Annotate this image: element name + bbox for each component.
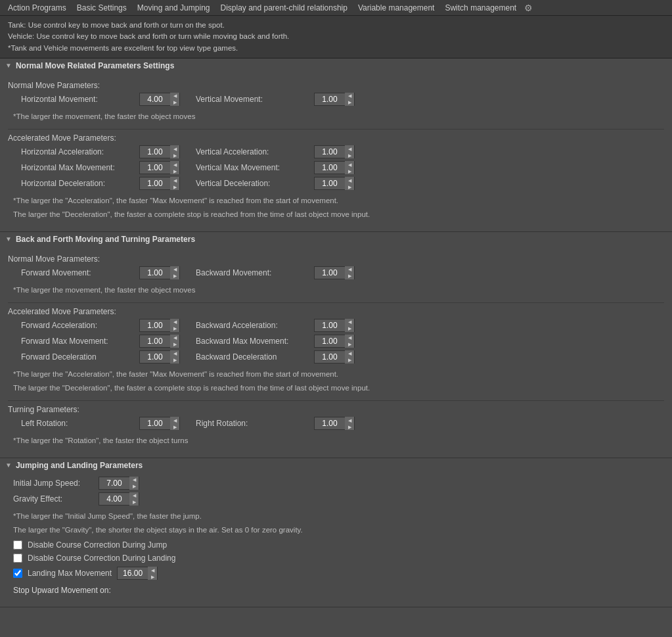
- landing-max-increment[interactable]: ▶: [148, 573, 157, 580]
- b-decel-increment[interactable]: ▶: [345, 357, 354, 364]
- gravity-spinner[interactable]: 4.00 ◀ ▶: [99, 492, 139, 506]
- b-max-decrement[interactable]: ◀: [345, 335, 354, 341]
- h-max-spinner[interactable]: 1.00 ◀ ▶: [139, 161, 180, 174]
- v-decel-decrement[interactable]: ◀: [345, 177, 354, 183]
- v-max-spinner[interactable]: 1.00 ◀ ▶: [314, 161, 355, 174]
- right-rot-increment[interactable]: ▶: [345, 423, 354, 430]
- f-accel-spinner[interactable]: 1.00 ◀ ▶: [139, 319, 180, 332]
- h-accel-decrement[interactable]: ◀: [170, 145, 179, 152]
- b-decel-decrement[interactable]: ◀: [345, 350, 354, 357]
- backward-movement-decrement[interactable]: ◀: [345, 266, 354, 273]
- vertical-movement-decrement[interactable]: ◀: [345, 93, 354, 99]
- b-max-increment[interactable]: ▶: [345, 341, 354, 348]
- back-forth-normal-label: Normal Move Parameters:: [8, 254, 664, 264]
- v-decel-spinner[interactable]: 1.00 ◀ ▶: [314, 177, 355, 190]
- backward-movement-btns: ◀ ▶: [345, 266, 354, 279]
- note-accel-2: The larger the "Deceleration", the faste…: [8, 209, 664, 223]
- gear-icon[interactable]: ⚙: [524, 3, 533, 13]
- forward-movement-decrement[interactable]: ◀: [170, 266, 179, 273]
- forward-movement-increment[interactable]: ▶: [170, 273, 179, 279]
- rotation-row: Left Rotation: 1.00 ◀ ▶ Right Rotation: …: [8, 417, 664, 430]
- h-decel-decrement[interactable]: ◀: [170, 177, 179, 183]
- back-forth-note1: *The larger the movement, the faster the…: [8, 282, 664, 298]
- v-max-increment[interactable]: ▶: [345, 168, 354, 174]
- v-decel-increment[interactable]: ▶: [345, 183, 354, 190]
- landing-max-checkbox[interactable]: [13, 569, 22, 578]
- h-accel-increment[interactable]: ▶: [170, 152, 179, 158]
- vertical-movement-spinner[interactable]: 1.00 ◀ ▶: [314, 93, 355, 106]
- b-max-spinner[interactable]: 1.00 ◀ ▶: [314, 335, 355, 348]
- turning-label: Turning Parameters:: [8, 405, 664, 414]
- disable-jump-correction-checkbox[interactable]: [13, 540, 22, 550]
- b-max-label: Backward Max Movement:: [196, 337, 314, 346]
- f-max-spinner[interactable]: 1.00 ◀ ▶: [139, 335, 180, 348]
- forward-movement-spinner[interactable]: 1.00 ◀ ▶: [139, 266, 180, 279]
- v-max-decrement[interactable]: ◀: [345, 161, 354, 168]
- note-movement: *The larger the movement, the faster the…: [8, 108, 664, 125]
- section-jumping-header[interactable]: ▼ Jumping and Landing Parameters: [0, 458, 672, 473]
- horizontal-movement-spinner[interactable]: 4.00 ◀ ▶: [139, 93, 180, 106]
- initial-jump-spinner[interactable]: 7.00 ◀ ▶: [99, 477, 139, 490]
- gravity-increment[interactable]: ▶: [129, 499, 139, 506]
- h-decel-row: Horizontal Deceleration: 1.00 ◀ ▶ Vertic…: [8, 177, 664, 190]
- disable-landing-correction-checkbox[interactable]: [13, 554, 22, 563]
- v-accel-spinner[interactable]: 1.00 ◀ ▶: [314, 145, 355, 158]
- backward-movement-increment[interactable]: ▶: [345, 273, 354, 279]
- v-accel-decrement[interactable]: ◀: [345, 145, 354, 152]
- menu-display[interactable]: Display and parent-child relationship: [215, 2, 352, 14]
- f-accel-row: Forward Acceleration: 1.00 ◀ ▶ Backward …: [8, 319, 664, 332]
- f-accel-value: 1.00: [140, 320, 170, 331]
- gravity-decrement[interactable]: ◀: [129, 492, 139, 499]
- b-decel-spinner[interactable]: 1.00 ◀ ▶: [314, 350, 355, 364]
- right-rot-spinner[interactable]: 1.00 ◀ ▶: [314, 417, 355, 430]
- b-max-value: 1.00: [315, 336, 345, 346]
- landing-max-decrement[interactable]: ◀: [148, 567, 157, 573]
- f-max-increment[interactable]: ▶: [170, 341, 179, 348]
- left-rot-increment[interactable]: ▶: [170, 423, 179, 430]
- section-back-forth-header[interactable]: ▼ Back and Forth Moving and Turning Para…: [0, 232, 672, 247]
- left-rot-spinner[interactable]: 1.00 ◀ ▶: [139, 417, 180, 430]
- check-jump-correction-row: Disable Course Correction During Jump: [8, 538, 664, 552]
- main-content: ▼ Normal Move Related Parameters Setting…: [0, 59, 672, 607]
- menu-switch-mgmt[interactable]: Switch management: [439, 2, 522, 14]
- v-max-value: 1.00: [315, 162, 345, 173]
- menu-moving-jumping[interactable]: Moving and Jumping: [132, 2, 215, 14]
- f-decel-spinner[interactable]: 1.00 ◀ ▶: [139, 350, 180, 364]
- section-normal-move-header[interactable]: ▼ Normal Move Related Parameters Setting…: [0, 59, 672, 73]
- vertical-movement-increment[interactable]: ▶: [345, 99, 354, 106]
- section-normal-move-body: Normal Move Parameters: Horizontal Movem…: [0, 73, 672, 227]
- h-decel-spinner[interactable]: 1.00 ◀ ▶: [139, 177, 180, 190]
- horizontal-movement-increment[interactable]: ▶: [170, 99, 179, 106]
- forward-movement-row: Forward Movement: 1.00 ◀ ▶ Backward Move…: [8, 266, 664, 279]
- b-accel-increment[interactable]: ▶: [345, 325, 354, 332]
- landing-max-label[interactable]: Landing Max Movement: [28, 569, 112, 578]
- initial-jump-row: Initial Jump Speed: 7.00 ◀ ▶: [8, 477, 664, 490]
- menu-basic-settings[interactable]: Basic Settings: [72, 2, 132, 14]
- collapse-arrow-jumping: ▼: [5, 461, 12, 469]
- b-accel-spinner[interactable]: 1.00 ◀ ▶: [314, 319, 355, 332]
- disable-jump-correction-label[interactable]: Disable Course Correction During Jump: [28, 540, 167, 550]
- f-accel-decrement[interactable]: ◀: [170, 319, 179, 325]
- menu-variable-mgmt[interactable]: Variable management: [353, 2, 440, 14]
- h-accel-spinner[interactable]: 1.00 ◀ ▶: [139, 145, 180, 158]
- f-max-decrement[interactable]: ◀: [170, 335, 179, 341]
- initial-jump-increment[interactable]: ▶: [129, 483, 139, 490]
- h-max-decrement[interactable]: ◀: [170, 161, 179, 168]
- b-accel-decrement[interactable]: ◀: [345, 319, 354, 325]
- menu-action-programs[interactable]: Action Programs: [3, 2, 72, 14]
- f-accel-increment[interactable]: ▶: [170, 325, 179, 332]
- h-max-increment[interactable]: ▶: [170, 168, 179, 174]
- f-decel-increment[interactable]: ▶: [170, 357, 179, 364]
- backward-movement-spinner[interactable]: 1.00 ◀ ▶: [314, 266, 355, 279]
- horizontal-movement-decrement[interactable]: ◀: [170, 93, 179, 99]
- h-max-row: Horizontal Max Movement: 1.00 ◀ ▶ Vertic…: [8, 161, 664, 174]
- initial-jump-decrement[interactable]: ◀: [129, 477, 139, 483]
- f-decel-decrement[interactable]: ◀: [170, 350, 179, 357]
- right-rot-decrement[interactable]: ◀: [345, 417, 354, 423]
- disable-landing-correction-label[interactable]: Disable Course Correction During Landing: [28, 554, 175, 563]
- v-accel-increment[interactable]: ▶: [345, 152, 354, 158]
- left-rot-decrement[interactable]: ◀: [170, 417, 179, 423]
- landing-max-spinner[interactable]: 16.00 ◀ ▶: [117, 567, 158, 580]
- h-decel-increment[interactable]: ▶: [170, 183, 179, 190]
- h-decel-value: 1.00: [140, 178, 170, 189]
